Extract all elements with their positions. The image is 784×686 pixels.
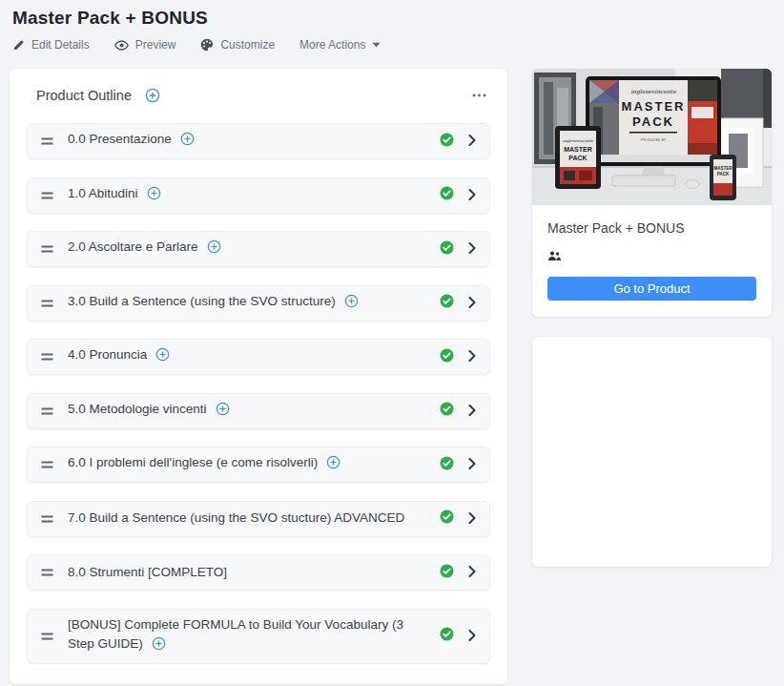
drag-handle-icon[interactable]: [41, 137, 53, 145]
chevron-right-icon[interactable]: [468, 510, 476, 528]
status-complete-icon: [440, 509, 454, 528]
svg-text:MASTER: MASTER: [564, 146, 592, 153]
edit-details-label: Edit Details: [31, 38, 90, 52]
product-outline-panel: Product Outline 0.0 Presentazione 1.0 Ab…: [10, 69, 507, 684]
outline-item-row[interactable]: 6.0 I problemi dell'inglese (e come riso…: [27, 447, 490, 483]
chevron-right-icon[interactable]: [468, 456, 476, 473]
customize-button[interactable]: Customize: [200, 38, 275, 52]
outline-item-label: 7.0 Build a Sentence (using the SVO stuc…: [68, 509, 440, 529]
status-complete-icon: [440, 240, 454, 259]
chevron-right-icon[interactable]: [468, 628, 476, 645]
add-category-icon[interactable]: [145, 88, 160, 103]
chevron-right-icon[interactable]: [468, 564, 476, 581]
preview-button[interactable]: Preview: [114, 38, 176, 52]
status-complete-icon: [440, 133, 454, 151]
outline-item-row[interactable]: 1.0 Abitudini: [27, 177, 490, 214]
edit-details-button[interactable]: Edit Details: [12, 38, 90, 52]
svg-text:inglesevincente: inglesevincente: [630, 88, 676, 95]
more-actions-label: More Actions: [299, 38, 365, 52]
product-image: inglesevincente MASTER PACK PRODUCED BY …: [532, 69, 772, 205]
outline-item-row[interactable]: 3.0 Build a Sentence (using the SVO stru…: [27, 285, 490, 322]
drag-handle-icon[interactable]: [41, 245, 53, 253]
drag-handle-icon[interactable]: [41, 461, 53, 468]
members-row: [547, 248, 756, 261]
palette-icon: [200, 38, 214, 52]
preview-label: Preview: [135, 38, 176, 52]
outline-item-row[interactable]: 5.0 Metodologie vincenti: [27, 393, 490, 429]
customize-label: Customize: [220, 38, 275, 52]
status-complete-icon: [440, 564, 454, 582]
outline-item-row[interactable]: 8.0 Strumenti [COMPLETO]: [27, 554, 490, 591]
outline-item-label: 0.0 Presentazione: [68, 130, 440, 153]
empty-side-card: [532, 337, 772, 567]
svg-text:PACK: PACK: [717, 172, 730, 177]
outline-item-row[interactable]: [BONUS] Complete FORMULA to Build Your V…: [27, 609, 490, 665]
chevron-right-icon[interactable]: [468, 295, 476, 312]
status-complete-icon: [440, 456, 454, 474]
outline-item-row[interactable]: 0.0 Presentazione: [27, 123, 490, 159]
status-complete-icon: [440, 402, 454, 420]
outline-item-row[interactable]: 2.0 Ascoltare e Parlare: [27, 231, 490, 267]
status-complete-icon: [440, 186, 454, 204]
svg-text:PACK: PACK: [632, 114, 674, 129]
product-summary-card: inglesevincente MASTER PACK PRODUCED BY …: [532, 69, 772, 317]
action-bar: Edit Details Preview Customize More Acti…: [12, 38, 381, 52]
outline-item-label: 1.0 Abitudini: [68, 184, 440, 207]
eye-icon: [114, 40, 129, 51]
outline-item-list: 0.0 Presentazione 1.0 Abitudini 2.0 Asco…: [27, 123, 490, 664]
svg-text:PRODUCED BY: PRODUCED BY: [641, 138, 667, 142]
add-lesson-icon[interactable]: [155, 347, 170, 368]
go-to-product-button[interactable]: Go to Product: [547, 277, 756, 301]
more-actions-button[interactable]: More Actions: [299, 38, 381, 52]
status-complete-icon: [440, 627, 454, 645]
add-lesson-icon[interactable]: [216, 402, 230, 423]
caret-down-icon: [372, 42, 381, 48]
status-complete-icon: [440, 348, 454, 366]
chevron-right-icon[interactable]: [468, 403, 476, 420]
add-lesson-icon[interactable]: [180, 132, 195, 153]
add-lesson-icon[interactable]: [326, 455, 340, 476]
outline-item-label: 3.0 Build a Sentence (using the SVO stru…: [68, 292, 440, 315]
page-header: Master Pack + BONUS: [12, 8, 208, 29]
drag-handle-icon[interactable]: [41, 407, 53, 415]
users-icon: [547, 248, 562, 261]
chevron-right-icon[interactable]: [468, 240, 476, 258]
chevron-right-icon[interactable]: [468, 133, 476, 150]
svg-text:inglesevincente: inglesevincente: [563, 138, 593, 143]
svg-text:PACK: PACK: [568, 155, 587, 161]
svg-text:MASTER: MASTER: [622, 99, 686, 114]
drag-handle-icon[interactable]: [41, 515, 53, 523]
outline-item-label: [BONUS] Complete FORMULA to Build Your V…: [68, 615, 440, 658]
status-complete-icon: [440, 294, 454, 312]
add-lesson-icon[interactable]: [344, 294, 359, 315]
drag-handle-icon[interactable]: [41, 300, 53, 307]
outline-item-label: 2.0 Ascoltare e Parlare: [68, 238, 440, 260]
product-card-title: Master Pack + BONUS: [547, 220, 756, 236]
drag-handle-icon[interactable]: [41, 569, 53, 576]
pencil-icon: [12, 39, 25, 52]
chevron-right-icon[interactable]: [468, 187, 476, 204]
outline-item-label: 8.0 Strumenti [COMPLETO]: [68, 563, 440, 583]
outline-item-row[interactable]: 7.0 Build a Sentence (using the SVO stuc…: [27, 501, 490, 537]
svg-text:MASTER: MASTER: [714, 166, 733, 171]
outline-title: Product Outline: [36, 88, 132, 103]
outline-header: Product Outline: [27, 88, 490, 103]
page-title: Master Pack + BONUS: [12, 8, 208, 29]
outline-item-label: 4.0 Pronuncia: [68, 345, 440, 368]
add-lesson-icon[interactable]: [207, 239, 221, 260]
outline-item-row[interactable]: 4.0 Pronuncia: [27, 339, 490, 375]
chevron-right-icon[interactable]: [468, 348, 476, 365]
add-lesson-icon[interactable]: [147, 186, 161, 207]
panel-menu-ellipsis-icon[interactable]: [472, 94, 486, 97]
add-lesson-icon[interactable]: [152, 636, 166, 657]
outline-item-label: 5.0 Metodologie vincenti: [68, 400, 440, 423]
outline-item-label: 6.0 I problemi dell'inglese (e come riso…: [68, 453, 440, 476]
drag-handle-icon[interactable]: [41, 633, 53, 640]
drag-handle-icon[interactable]: [41, 192, 53, 199]
drag-handle-icon[interactable]: [41, 353, 53, 361]
